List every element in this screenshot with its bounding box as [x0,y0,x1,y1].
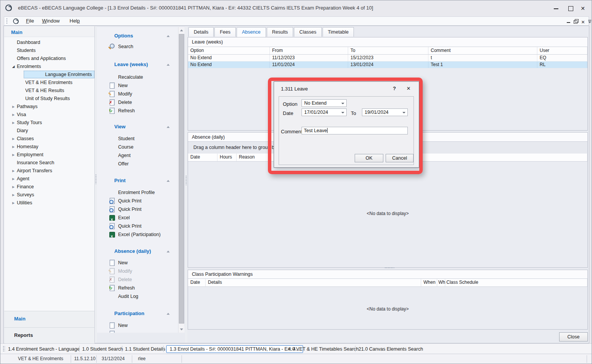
close-form-button[interactable]: Close [559,332,588,341]
panel-item-quick-print-1[interactable]: Quick Print [97,197,178,205]
date-to-picker[interactable]: 19/01/2024 [362,108,408,116]
section-header-leave-weeks[interactable]: Leave (weeks) [97,61,178,68]
sidebar-item-employment[interactable]: ▶Employment [4,151,94,159]
column-header-user[interactable]: User [537,47,587,54]
tab-timetable[interactable]: Timetable [323,27,354,37]
collapse-icon[interactable] [167,126,170,128]
sidebar-item-visa[interactable]: ▶Visa [4,111,94,119]
sidebar-section-reports[interactable]: Reports [4,328,94,344]
sidebar-item-diary[interactable]: Diary [4,127,94,135]
tab-classes[interactable]: Classes [294,27,321,37]
panel-item-view-course[interactable]: Course [97,143,178,151]
tree-collapsed-icon[interactable]: ▶ [11,143,16,151]
sidebar-item-vet-he-results[interactable]: VET & HE Results [4,87,94,95]
panel-item-quick-print-3[interactable]: Quick Print [97,222,178,230]
dialog-close-button[interactable]: ✕ [405,86,412,91]
sidebar-item-classes[interactable]: ▶Classes [4,135,94,143]
sidebar-item-agent[interactable]: ▶Agent [4,175,94,183]
column-header-option[interactable]: Option [188,47,270,54]
form-tab-student-details[interactable]: 1.1 Student Details [125,346,165,353]
scroll-up-arrow[interactable] [178,27,185,34]
close-button[interactable]: ✕ [576,3,589,13]
sidebar-item-pathways[interactable]: ▶Pathways [4,103,94,111]
mdi-restore-button[interactable] [573,18,579,24]
scroll-down-arrow[interactable] [178,326,185,333]
menu-help[interactable]: Help [65,17,85,25]
sidebar-item-students[interactable]: Students [4,47,94,55]
panel-item-quick-print-2[interactable]: Quick Print [97,205,178,214]
sidebar-item-study-tours[interactable]: ▶Study Tours [4,119,94,127]
sidebar-section-main[interactable]: Main [4,311,94,327]
minimize-button[interactable] [550,3,563,13]
tree-collapsed-icon[interactable]: ▶ [11,103,16,111]
tab-absence[interactable]: Absence [237,27,266,37]
sidebar-item-enrolments[interactable]: ◢Enrolments [4,63,94,71]
column-header-hours[interactable]: Hours [217,154,237,161]
sidebar-item-unit-of-study-results[interactable]: Unit of Study Results [4,95,94,103]
mdi-child-icon[interactable] [13,18,18,24]
panel-item-participation-new[interactable]: New [97,321,178,330]
tab-fees[interactable]: Fees [214,27,236,37]
mdi-minimize-button[interactable] [565,18,572,24]
panel-item-enrolment-profile[interactable]: Enrolment Profile [97,188,178,197]
sidebar-item-vet-he-enrolments[interactable]: VET & HE Enrolments [4,79,94,87]
panel-item-view-agent[interactable]: Agent [97,151,178,160]
panel-item-view-student[interactable]: Student [97,134,178,143]
panel-item-recalculate[interactable]: Recalculate [97,73,178,81]
tree-expanded-icon[interactable]: ◢ [11,63,16,71]
option-select[interactable]: No Extend [302,99,347,107]
scrollbar-thumb[interactable] [179,34,184,324]
dialog-help-button[interactable]: ? [391,86,398,91]
panel-item-absence-refresh[interactable]: Refresh [97,284,178,292]
form-tab-vet-he-timetables[interactable]: 4.0 VET & HE Timetables Search [288,346,359,353]
column-header-comment[interactable]: Comment [428,47,537,54]
section-header-print[interactable]: Print [97,178,178,184]
panel-scrollbar[interactable] [178,27,184,333]
table-row-selected[interactable]: No Extend 11/01/2024 13/01/2024 Test 1 R… [188,61,587,68]
form-tab-canvas-elements[interactable]: 21.0 Canvas Elements Search [358,346,423,353]
date-from-picker[interactable]: 17/01/2024 [302,108,347,116]
sidebar-item-surveys[interactable]: ▶Surveys [4,191,94,199]
tree-collapsed-icon[interactable]: ▶ [11,199,16,207]
panel-item-excel[interactable]: Excel [97,214,178,222]
tree-collapsed-icon[interactable]: ▶ [11,151,16,159]
sidebar-item-airport-transfers[interactable]: ▶Airport Transfers [4,167,94,175]
column-header-to[interactable]: To [348,47,428,54]
sidebar-item-offers-and-applications[interactable]: Offers and Applications [4,55,94,63]
tree-collapsed-icon[interactable]: ▶ [11,183,16,191]
content-splitter[interactable] [185,26,187,343]
column-header-details[interactable]: Details [206,279,421,286]
sidebar-item-homestay[interactable]: ▶Homestay [4,143,94,151]
section-header-options[interactable]: Options [97,33,178,40]
tree-collapsed-icon[interactable]: ▶ [11,175,16,183]
ok-button[interactable]: OK [355,154,383,162]
collapse-icon[interactable] [167,251,170,252]
tree-collapsed-icon[interactable]: ▶ [11,167,16,175]
form-tab-enrol-details-selected[interactable]: 1.3 Enrol Details - S#: 0000031841 PITTM… [166,345,303,353]
horizontal-splitter-grip[interactable] [384,267,394,269]
mdi-window-menu-button[interactable] [587,18,592,24]
maximize-button[interactable] [564,3,577,13]
panel-item-search[interactable]: Search [97,42,178,51]
form-tab-student-search[interactable]: 1.0 Student Search [82,346,123,353]
table-row[interactable]: No Extend 11/12/2023 15/12/2023 t EQ [188,55,587,61]
menubar-grip[interactable] [6,18,8,24]
sidebar-item-insurance-search[interactable]: Insurance Search [4,159,94,167]
column-header-wh[interactable]: Wh [437,279,445,286]
section-header-view[interactable]: View [97,124,178,131]
panel-item-leave-refresh[interactable]: Refresh [97,107,178,115]
collapse-icon[interactable] [167,180,170,182]
column-header-date[interactable]: Date [188,279,206,286]
sidebar-item-dashboard[interactable]: Dashboard [4,39,94,47]
tree-collapsed-icon[interactable]: ▶ [11,119,16,127]
section-header-absence-daily[interactable]: Absence (daily) [97,248,178,255]
tab-details[interactable]: Details [188,27,214,37]
cancel-button[interactable]: Cancel [386,154,414,162]
form-tab-enrolment-search[interactable]: 1.4 Enrolment Search - Language [8,346,80,353]
collapse-icon[interactable] [167,64,170,66]
collapse-icon[interactable] [167,35,170,37]
column-header-class-schedule[interactable]: Class Schedule [445,279,587,286]
column-header-from[interactable]: From [270,47,348,54]
tab-results[interactable]: Results [267,27,294,37]
column-header-when[interactable]: When [421,279,437,286]
